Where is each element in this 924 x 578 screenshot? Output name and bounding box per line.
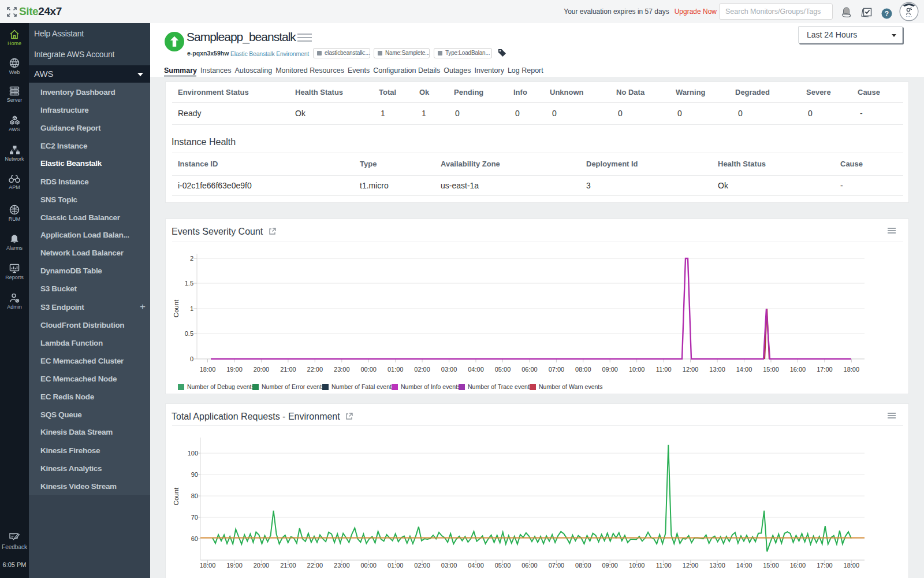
svg-text:02:00: 02:00	[414, 562, 430, 569]
svg-text:Number of Info events: Number of Info events	[401, 383, 460, 390]
svg-text:09:00: 09:00	[602, 366, 618, 373]
svg-text:07:00: 07:00	[549, 366, 565, 373]
svg-text:Number of Warn events: Number of Warn events	[539, 383, 603, 390]
svg-text:16:00: 16:00	[790, 562, 806, 569]
svg-text:11:00: 11:00	[656, 562, 672, 569]
svg-text:19:00: 19:00	[226, 562, 243, 569]
svg-text:22:00: 22:00	[307, 562, 323, 569]
svg-text:06:00: 06:00	[521, 562, 538, 569]
svg-text:20:00: 20:00	[254, 366, 270, 373]
svg-text:07:00: 07:00	[549, 562, 565, 569]
svg-text:03:00: 03:00	[441, 562, 457, 569]
svg-text:18:00: 18:00	[844, 366, 860, 373]
svg-text:?: ?	[885, 10, 889, 18]
svg-text:13:00: 13:00	[709, 366, 725, 373]
svg-text:2: 2	[190, 255, 193, 262]
svg-text:14:00: 14:00	[736, 366, 752, 373]
svg-text:21:00: 21:00	[280, 366, 296, 373]
svg-text:20:00: 20:00	[254, 562, 270, 569]
svg-text:16:00: 16:00	[790, 366, 806, 373]
svg-text:12:00: 12:00	[683, 562, 699, 569]
svg-text:22:00: 22:00	[307, 366, 323, 373]
svg-text:80: 80	[191, 492, 198, 499]
svg-text:10:00: 10:00	[629, 562, 645, 569]
svg-text:1.5: 1.5	[185, 280, 193, 287]
svg-text:Count: Count	[173, 487, 180, 505]
svg-text:06:00: 06:00	[521, 366, 538, 373]
svg-text:05:00: 05:00	[495, 562, 511, 569]
svg-text:70: 70	[191, 514, 198, 521]
svg-text:Number of Trace events: Number of Trace events	[468, 383, 532, 390]
svg-text:23:00: 23:00	[334, 366, 350, 373]
svg-text:04:00: 04:00	[468, 562, 484, 569]
svg-text:00:00: 00:00	[360, 562, 377, 569]
svg-text:08:00: 08:00	[575, 366, 591, 373]
svg-text:01:00: 01:00	[388, 366, 404, 373]
svg-text:10:00: 10:00	[629, 366, 645, 373]
svg-text:Number of Debug events: Number of Debug events	[187, 383, 255, 390]
svg-text:0.5: 0.5	[185, 330, 193, 337]
svg-text:00:00: 00:00	[360, 366, 377, 373]
svg-text:18:00: 18:00	[844, 562, 860, 569]
svg-text:90: 90	[191, 471, 198, 478]
svg-text:17:00: 17:00	[817, 366, 833, 373]
svg-text:0: 0	[190, 355, 193, 362]
svg-text:01:00: 01:00	[388, 562, 404, 569]
svg-text:1: 1	[190, 305, 193, 312]
svg-text:18:00: 18:00	[200, 366, 216, 373]
svg-text:09:00: 09:00	[602, 562, 618, 569]
svg-text:Number of Error events: Number of Error events	[262, 383, 325, 390]
svg-text:13:00: 13:00	[709, 562, 725, 569]
svg-text:Count: Count	[173, 299, 180, 317]
svg-text:17:00: 17:00	[817, 562, 833, 569]
svg-text:15:00: 15:00	[763, 562, 779, 569]
svg-text:14:00: 14:00	[736, 562, 752, 569]
svg-text:Number of Fatal events: Number of Fatal events	[331, 383, 394, 390]
svg-text:100: 100	[188, 450, 198, 457]
svg-text:12:00: 12:00	[683, 366, 699, 373]
svg-text:19:00: 19:00	[226, 366, 243, 373]
svg-text:21:00: 21:00	[280, 562, 296, 569]
svg-text:11:00: 11:00	[656, 366, 672, 373]
svg-text:15:00: 15:00	[763, 366, 779, 373]
svg-text:18:00: 18:00	[200, 562, 216, 569]
svg-text:08:00: 08:00	[575, 562, 591, 569]
svg-text:02:00: 02:00	[414, 366, 430, 373]
svg-text:60: 60	[191, 535, 198, 542]
svg-text:03:00: 03:00	[441, 366, 457, 373]
svg-text:23:00: 23:00	[334, 562, 350, 569]
svg-text:05:00: 05:00	[495, 366, 511, 373]
svg-text:04:00: 04:00	[468, 366, 484, 373]
